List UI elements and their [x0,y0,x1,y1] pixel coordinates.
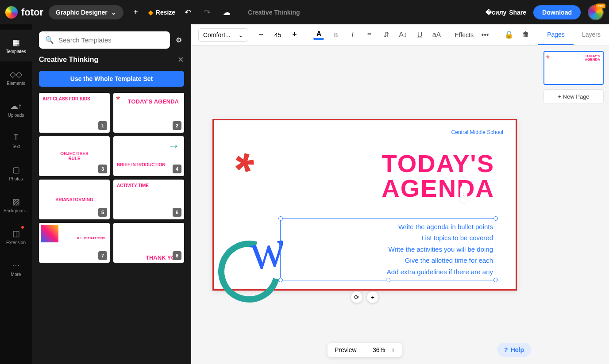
preview-button[interactable]: Preview [335,346,357,353]
agenda-line: Give the allotted time for each [283,255,493,266]
pro-badge: Pro [596,4,605,8]
diamond-icon: ◆ [148,9,153,16]
text-color-button[interactable]: A [313,30,324,40]
selection-handle[interactable] [386,278,390,282]
slide-title: TODAY'S AGENDA [382,151,494,201]
share-button[interactable]: �силу Share [486,9,526,16]
agenda-line: List topics to be covered [283,232,493,244]
download-button[interactable]: Download [533,5,581,19]
underline-button[interactable]: U [414,31,425,39]
right-panel-collapse[interactable]: › [460,185,467,203]
rail-more[interactable]: ⋯More [0,253,32,284]
templates-icon: ▦ [12,38,20,47]
agenda-line: Add extra guidelines if there are any [283,266,493,278]
template-thumb-8[interactable]: THANK YOU8 [113,223,184,263]
templates-panel: 🔍 ⚙ Creative Thinking ✕ Use the Whole Te… [32,24,191,364]
use-template-set-button[interactable]: Use the Whole Template Set [39,71,184,87]
bold-button[interactable]: B [330,31,341,38]
more-options-button[interactable]: ••• [480,31,490,39]
selection-handle[interactable] [278,216,283,221]
font-size-value[interactable]: 45 [269,30,286,40]
new-page-label: New Page [563,93,590,100]
background-icon: ▨ [12,197,20,207]
plus-icon: + [558,93,561,100]
share-icon: �силу [486,9,506,16]
close-icon[interactable]: ✕ [177,55,184,65]
help-label: Help [511,346,524,353]
rail-text[interactable]: TText [0,125,32,157]
selection-handle[interactable] [493,216,498,221]
more-icon: ⋯ [12,261,20,270]
template-thumb-7[interactable]: ILLUSTRATIONS7 [39,223,110,263]
rail-background[interactable]: ▨Backgroun... [0,189,32,221]
avatar[interactable]: Pro [588,4,604,20]
font-size-decrease[interactable]: − [254,29,267,41]
right-panel: Pages Layers * TODAY'SAGENDA + New Page [538,24,609,364]
document-title[interactable]: Creative Thinking [248,9,300,16]
text-color-a: A [316,30,322,38]
page-thumbnail-1[interactable]: * TODAY'SAGENDA [543,51,604,85]
agenda-text-box[interactable]: Write the agenda in bullet points List t… [280,218,496,281]
rotate-handle[interactable]: ⟳ [351,291,363,303]
share-label: Share [509,9,526,16]
italic-button[interactable]: I [347,31,358,39]
text-color-swatch [313,38,324,40]
new-page-button[interactable]: + New Page [543,89,604,104]
canvas-slide[interactable]: Central Middle School TODAY'S AGENDA * w… [212,119,517,291]
chevron-down-icon: ⌄ [238,31,243,38]
delete-button[interactable]: 🗑 [520,31,531,39]
logo[interactable]: fotor [5,6,43,19]
thumb-asterisk-icon: * [546,54,550,64]
vertical-text-button[interactable]: A↕ [397,31,408,39]
red-dot-icon [21,226,24,229]
effects-button[interactable]: Effects [455,31,474,38]
extension-icon: ◫ [12,229,20,238]
template-thumb-1[interactable]: ART CLASS FOR KIDS1 [39,93,110,133]
font-name: Comfort... [203,31,230,38]
rail-photos[interactable]: ▢Photos [0,157,32,189]
redo-button[interactable]: ↷ [200,5,214,19]
rail-uploads[interactable]: ☁↑Uploads [0,93,32,125]
zoom-in-button[interactable]: + [391,346,395,353]
photos-icon: ▢ [12,165,20,175]
zoom-value[interactable]: 36% [373,346,385,353]
help-button[interactable]: ? Help [497,343,531,357]
selection-handle[interactable] [278,278,283,282]
selection-handle[interactable] [493,278,498,282]
template-thumb-3[interactable]: OBJECTIVES RULE3 [39,136,110,176]
add-button[interactable]: + [129,5,143,19]
agenda-line: Write the agenda in bullet points [283,221,493,233]
rail-templates[interactable]: ▦Templates [0,30,32,61]
zoom-out-button[interactable]: − [363,346,366,353]
role-selector[interactable]: Graphic Designer ⌄ [49,5,123,19]
template-thumb-2[interactable]: *TODAY'S AGENDA2 [113,93,184,133]
lock-button[interactable]: 🔓 [504,31,514,39]
template-thumb-4[interactable]: BRIEF INTRODUCTION→4 [113,136,184,176]
resize-button[interactable]: ◆ Resize [148,9,175,16]
tab-layers[interactable]: Layers [574,24,609,45]
slide-school-label: Central Middle School [451,129,503,135]
add-element-button[interactable]: + [366,291,379,303]
rail-elements[interactable]: ◇◇Elements [0,61,32,93]
align-button[interactable]: ≡ [364,31,374,39]
text-toolbar: Comfort... ⌄ − 45 + A B I ≡ ⇵ A↕ U aA Ef… [191,24,538,46]
brand-text: fotor [21,7,43,18]
font-selector[interactable]: Comfort... ⌄ [198,28,248,42]
search-input[interactable] [58,36,164,44]
case-button[interactable]: aA [431,31,442,39]
cloud-sync-icon[interactable]: ☁ [220,5,234,19]
elements-icon: ◇◇ [10,69,22,79]
template-thumb-5[interactable]: BRIANSTORMING5 [39,180,110,219]
spacing-button[interactable]: ⇵ [381,31,391,39]
undo-button[interactable]: ↶ [181,5,195,19]
role-label: Graphic Designer [56,9,108,16]
chevron-down-icon: ⌄ [111,9,116,16]
rail-extension[interactable]: ◫Extension [0,221,32,253]
search-input-wrap[interactable]: 🔍 [39,31,170,49]
template-thumb-6[interactable]: ACTIVITY TIME6 [113,180,184,219]
help-icon: ? [504,346,508,353]
template-grid: ART CLASS FOR KIDS1 *TODAY'S AGENDA2 OBJ… [39,93,184,263]
font-size-increase[interactable]: + [288,29,301,41]
filter-button[interactable]: ⚙ [173,35,184,46]
tab-pages[interactable]: Pages [538,24,574,45]
